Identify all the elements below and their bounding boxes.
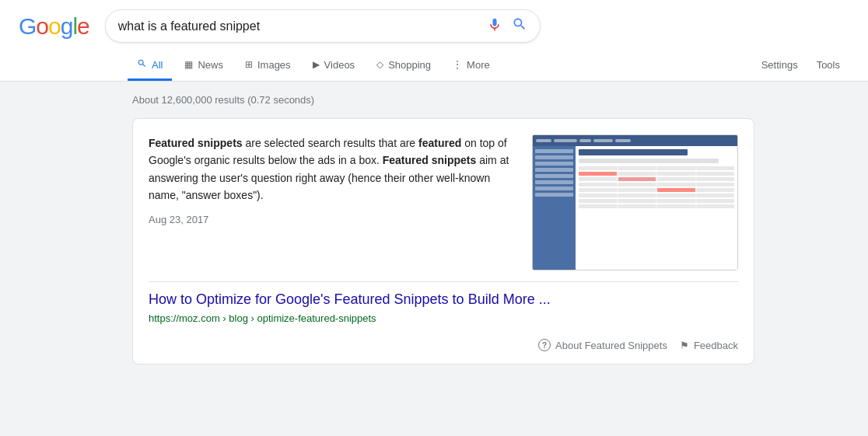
- feedback-button[interactable]: ⚑ Feedback: [680, 340, 738, 351]
- all-icon: [137, 58, 147, 71]
- tab-more[interactable]: ⋮ More: [443, 51, 499, 81]
- tab-news[interactable]: ▦ News: [175, 51, 233, 81]
- logo-letter-o2: o: [48, 13, 61, 40]
- search-button[interactable]: [512, 16, 527, 36]
- nav-right: Settings Tools: [752, 51, 849, 81]
- tab-news-label: News: [198, 59, 223, 71]
- fake-header-bar: [533, 135, 737, 146]
- logo-letter-g: G: [19, 13, 36, 40]
- snippet-content: Featured snippets are selected search re…: [149, 134, 738, 270]
- question-icon: ?: [538, 339, 551, 351]
- news-icon: ▦: [184, 59, 193, 70]
- tab-all-label: All: [152, 59, 163, 71]
- snippet-bold-3: Featured snippets: [383, 154, 477, 166]
- more-icon: ⋮: [453, 59, 462, 70]
- snippet-footer: ? About Featured Snippets ⚑ Feedback: [149, 333, 738, 351]
- fake-sidebar: [533, 146, 576, 270]
- mic-icon[interactable]: [487, 17, 502, 36]
- tab-images-label: Images: [257, 59, 291, 71]
- google-logo: Google: [19, 13, 89, 40]
- shopping-icon: ◇: [376, 59, 383, 70]
- snippet-text: Featured snippets are selected search re…: [149, 134, 516, 270]
- tab-videos-label: Videos: [324, 59, 355, 71]
- search-icons: [487, 16, 527, 36]
- feedback-label: Feedback: [694, 340, 738, 351]
- images-icon: ⊞: [245, 59, 253, 70]
- logo-letter-g2: g: [61, 13, 73, 40]
- tab-more-label: More: [467, 59, 490, 71]
- snippet-link-url: https://moz.com › blog › optimize-featur…: [149, 312, 376, 324]
- snippet-bold-2: featured: [418, 137, 461, 149]
- tab-images[interactable]: ⊞ Images: [236, 51, 300, 81]
- tab-shopping-label: Shopping: [388, 59, 431, 71]
- about-snippets-label: About Featured Snippets: [555, 340, 667, 351]
- tab-shopping[interactable]: ◇ Shopping: [367, 51, 440, 81]
- results-count: About 12,600,000 results (0.72 seconds): [132, 94, 849, 106]
- settings-link[interactable]: Settings: [752, 51, 807, 81]
- tools-link[interactable]: Tools: [807, 51, 849, 81]
- snippet-image: [532, 134, 738, 270]
- fake-screenshot: [532, 134, 738, 270]
- snippet-date: Aug 23, 2017: [149, 212, 516, 228]
- flag-icon: ⚑: [680, 340, 689, 351]
- featured-snippet-box: Featured snippets are selected search re…: [132, 118, 754, 364]
- fake-body: [533, 146, 737, 270]
- search-input[interactable]: [118, 19, 487, 33]
- snippet-paragraph: Featured snippets are selected search re…: [149, 134, 516, 204]
- nav-tabs: All ▦ News ⊞ Images ▶ Videos ◇ Shopping …: [128, 51, 499, 81]
- header-top: Google: [19, 9, 849, 43]
- logo-letter-e: e: [77, 13, 89, 40]
- snippet-link-area: How to Optimize for Google's Featured Sn…: [149, 281, 738, 325]
- tab-videos[interactable]: ▶ Videos: [303, 51, 365, 81]
- fake-main-area: [576, 146, 737, 270]
- logo-letter-o1: o: [36, 13, 48, 40]
- about-snippets-link[interactable]: ? About Featured Snippets: [538, 339, 667, 351]
- main-content: About 12,600,000 results (0.72 seconds) …: [0, 82, 868, 431]
- tab-all[interactable]: All: [128, 51, 172, 81]
- snippet-bold-1: Featured snippets: [149, 137, 243, 149]
- videos-icon: ▶: [313, 59, 320, 70]
- snippet-link-title[interactable]: How to Optimize for Google's Featured Sn…: [149, 291, 738, 308]
- header: Google: [0, 0, 868, 82]
- search-bar: [105, 9, 541, 43]
